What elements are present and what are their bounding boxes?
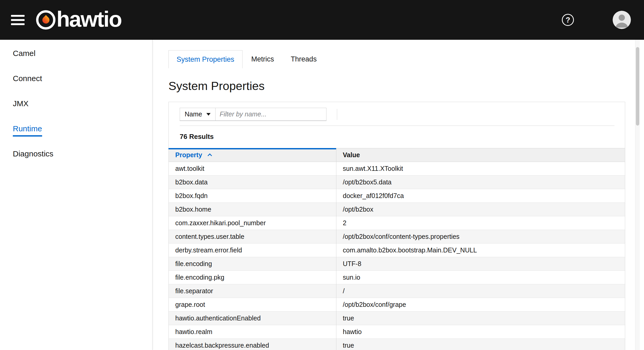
table-row: file.encoding.pkgsun.io	[169, 270, 625, 284]
value-cell: /opt/b2box	[336, 202, 625, 216]
table-row: awt.toolkitsun.awt.X11.XToolkit	[169, 162, 625, 175]
property-cell: hazelcast.backpressure.enabled	[169, 338, 336, 350]
value-cell: docker_af012f0fd7ca	[336, 189, 625, 202]
content: Camel Connect JMX Runtime Diagnostics Sy…	[0, 40, 644, 350]
table-row: hazelcast.backpressure.enabledtrue	[169, 338, 625, 350]
masthead-actions: ?	[562, 11, 631, 29]
property-cell: derby.stream.error.field	[169, 243, 336, 257]
table-row: derby.stream.error.fieldcom.amalto.b2box…	[169, 243, 625, 257]
table-row: file.encodingUTF-8	[169, 257, 625, 270]
results-count: 76 Results	[169, 126, 625, 148]
value-cell: /opt/b2box/conf/content-types.properties	[336, 230, 625, 243]
property-cell: hawtio.authenticationEnabled	[169, 311, 336, 325]
tab-metrics[interactable]: Metrics	[244, 50, 282, 68]
table-row: hawtio.authenticationEnabledtrue	[169, 311, 625, 325]
filter-input[interactable]	[216, 108, 326, 121]
value-cell: hawtio	[336, 325, 625, 338]
chevron-down-icon	[206, 113, 211, 116]
flame-circle-icon	[36, 10, 55, 30]
sidebar-item-jmx[interactable]: JMX	[0, 93, 152, 118]
scrollbar-track[interactable]	[635, 40, 640, 350]
tab-system-properties[interactable]: System Properties	[168, 50, 242, 68]
system-properties-table: Property Value awt.toolkitsun.awt.X11.XT…	[169, 148, 625, 350]
table-row: hawtio.realmhawtio	[169, 325, 625, 338]
property-cell: content.types.user.table	[169, 230, 336, 243]
value-cell: sun.awt.X11.XToolkit	[336, 162, 625, 175]
property-cell: b2box.home	[169, 202, 336, 216]
properties-card: Name 76 Results Property	[168, 102, 625, 350]
property-cell: grape.root	[169, 298, 336, 311]
menu-toggle-button[interactable]	[11, 13, 26, 27]
property-cell: hawtio.realm	[169, 325, 336, 338]
filter-group: Name	[180, 108, 326, 121]
sidebar-item-camel[interactable]: Camel	[0, 42, 152, 67]
table-row: b2box.data/opt/b2box5.data	[169, 175, 625, 189]
brand-text: hawtio	[57, 8, 121, 32]
user-icon	[613, 11, 631, 29]
filter-toolbar: Name	[169, 102, 625, 126]
avatar[interactable]	[613, 11, 631, 29]
table-row: b2box.fqdndocker_af012f0fd7ca	[169, 189, 625, 202]
flame-icon	[41, 15, 51, 25]
property-cell: file.separator	[169, 284, 336, 298]
table-row: b2box.home/opt/b2box	[169, 202, 625, 216]
value-cell: true	[336, 338, 625, 350]
value-cell: true	[336, 311, 625, 325]
tab-threads[interactable]: Threads	[283, 50, 325, 68]
hamburger-icon	[11, 15, 25, 17]
table-row: grape.root/opt/b2box/conf/grape	[169, 298, 625, 311]
property-cell: awt.toolkit	[169, 162, 336, 175]
main-panel: System Properties Metrics Threads System…	[152, 40, 644, 350]
table-row: content.types.user.table/opt/b2box/conf/…	[169, 230, 625, 243]
value-cell: /	[336, 284, 625, 298]
scrollbar-thumb[interactable]	[636, 47, 639, 126]
property-cell: b2box.data	[169, 175, 336, 189]
brand-logo[interactable]: hawtio	[36, 8, 121, 32]
property-cell: b2box.fqdn	[169, 189, 336, 202]
value-cell: /opt/b2box5.data	[336, 175, 625, 189]
value-cell: com.amalto.b2box.bootstrap.Main.DEV_NULL	[336, 243, 625, 257]
column-header-value[interactable]: Value	[336, 148, 625, 162]
value-cell: 2	[336, 216, 625, 230]
page-title: System Properties	[168, 79, 644, 93]
filter-attribute-label: Name	[185, 110, 202, 118]
tab-bar: System Properties Metrics Threads	[168, 50, 644, 68]
value-cell: sun.io	[336, 270, 625, 284]
filter-attribute-select[interactable]: Name	[180, 108, 216, 121]
value-cell: /opt/b2box/conf/grape	[336, 298, 625, 311]
sidebar-item-runtime[interactable]: Runtime	[0, 118, 152, 143]
sidebar-item-connect[interactable]: Connect	[0, 67, 152, 93]
property-cell: com.zaxxer.hikari.pool_number	[169, 216, 336, 230]
sidebar: Camel Connect JMX Runtime Diagnostics	[0, 40, 152, 350]
sidebar-item-diagnostics[interactable]: Diagnostics	[0, 143, 152, 168]
masthead: hawtio ?	[0, 0, 644, 40]
help-icon[interactable]: ?	[562, 14, 574, 26]
property-cell: file.encoding.pkg	[169, 270, 336, 284]
property-cell: file.encoding	[169, 257, 336, 270]
column-header-property[interactable]: Property	[169, 148, 336, 162]
table-row: com.zaxxer.hikari.pool_number2	[169, 216, 625, 230]
table-row: file.separator/	[169, 284, 625, 298]
table-header-row: Property Value	[169, 148, 625, 162]
toolbar-divider	[337, 109, 337, 120]
value-cell: UTF-8	[336, 257, 625, 270]
sort-ascending-icon	[207, 153, 212, 158]
